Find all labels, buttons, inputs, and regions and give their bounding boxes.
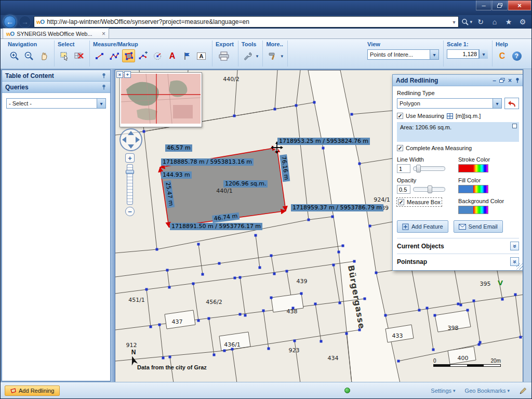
edit-pencil-icon[interactable] — [519, 387, 527, 395]
vertex-marker — [295, 104, 298, 107]
view-dropdown[interactable]: Points of Intere... ▾ — [367, 49, 439, 60]
home-button[interactable]: ⌂ — [489, 18, 500, 26]
favorites-button[interactable]: ★ — [503, 18, 514, 26]
panel-restore-icon[interactable] — [499, 78, 505, 83]
zoom-out-button[interactable]: − — [125, 207, 135, 216]
stroke-color-picker[interactable] — [458, 164, 488, 172]
sidebar-header-queries[interactable]: Queries — [2, 82, 110, 93]
tab-close-icon[interactable]: × — [102, 30, 105, 37]
overview-close-button[interactable]: × — [116, 71, 123, 78]
pan-left-icon[interactable] — [122, 137, 126, 143]
url-text[interactable]: http://w-lap-wintner/WebOffice/synserver… — [47, 18, 449, 25]
url-field[interactable]: wO http://w-lap-wintner/WebOffice/synser… — [34, 16, 459, 28]
pin-icon[interactable] — [101, 73, 107, 78]
pan-tool-button[interactable] — [37, 49, 50, 62]
sidebar-splitter[interactable] — [111, 69, 115, 382]
measure-area-button[interactable] — [122, 49, 135, 62]
line-width-slider[interactable] — [413, 166, 445, 171]
query-select-value: - Select - — [7, 100, 97, 107]
browser-tab[interactable]: wO SYNERGIS WebOffice Web... × — [3, 28, 109, 38]
tools-caret-icon[interactable]: ▾ — [256, 54, 259, 59]
help-button[interactable]: ? — [510, 49, 523, 62]
map-navigation-widget: + − — [118, 128, 143, 216]
pin-icon[interactable] — [101, 84, 107, 90]
view-dropdown-caret[interactable]: ▾ — [430, 50, 438, 59]
flag-marker-button[interactable] — [180, 49, 193, 62]
more-tools-button[interactable] — [266, 49, 279, 62]
pan-down-icon[interactable] — [128, 144, 134, 149]
sidebar-header-toc[interactable]: Table of Content — [2, 70, 110, 82]
panel-minimize-icon[interactable]: – — [493, 78, 496, 83]
opacity-slider[interactable] — [413, 187, 445, 192]
background-rainbow-swatch[interactable] — [473, 206, 488, 214]
browser-forward-button[interactable]: → — [19, 16, 31, 28]
zoom-out-tool-button[interactable] — [22, 49, 35, 62]
pointsnap-section[interactable]: Pointsnap « — [397, 254, 519, 267]
print-button[interactable] — [216, 49, 232, 62]
text-annotation-button[interactable]: A — [166, 49, 179, 62]
current-objects-section[interactable]: Current Objects « — [397, 238, 519, 254]
window-restore-button[interactable] — [492, 1, 508, 10]
tools-button[interactable] — [242, 49, 255, 62]
background-color-picker[interactable] — [458, 206, 488, 214]
zoom-slider-thumb[interactable] — [126, 170, 134, 174]
panel-header[interactable]: Add Redlining – × — [393, 75, 523, 86]
select-features-button[interactable] — [58, 49, 71, 62]
redlining-type-caret[interactable]: ▾ — [493, 99, 501, 108]
use-measuring-checkbox[interactable]: ✓ — [397, 113, 403, 119]
scale-input[interactable] — [447, 49, 479, 59]
pan-right-icon[interactable] — [136, 137, 140, 143]
measure-box-checkbox[interactable]: ✓ — [398, 199, 404, 205]
refresh-button[interactable]: ↻ — [475, 18, 486, 26]
query-select-dropdown[interactable]: - Select - ▾ — [6, 98, 106, 109]
window-minimize-button[interactable]: – — [476, 1, 491, 10]
settings-link[interactable]: Settings ▾ — [431, 388, 455, 394]
geo-bookmarks-link[interactable]: Geo Bookmarks ▾ — [465, 388, 510, 394]
window-close-button[interactable]: × — [508, 1, 531, 10]
send-email-button[interactable]: Send Email — [454, 220, 503, 233]
opacity-slider-thumb[interactable] — [428, 185, 432, 193]
contact-button[interactable]: C — [496, 49, 509, 62]
map-container[interactable]: Bürgergasse Data from the city of Graz N… — [115, 70, 523, 382]
more-caret-icon[interactable]: ▾ — [281, 54, 283, 59]
measure-line-button[interactable] — [108, 49, 121, 62]
browser-back-button[interactable]: ← — [4, 16, 16, 28]
overview-move-button[interactable]: + — [124, 71, 131, 78]
current-objects-expand-button[interactable]: « — [510, 242, 519, 250]
query-select-caret[interactable]: ▾ — [97, 99, 105, 108]
annotation-a-icon: A — [169, 51, 176, 61]
vertex-marker — [244, 314, 247, 317]
area-popout-icon[interactable] — [512, 124, 517, 128]
clear-selection-button[interactable] — [72, 49, 85, 62]
panel-resize-grip[interactable] — [516, 263, 523, 270]
vertex-marker — [434, 314, 436, 317]
fill-color-picker[interactable] — [458, 185, 488, 193]
line-width-slider-thumb[interactable] — [416, 165, 421, 172]
complete-area-checkbox[interactable]: ✓ — [397, 145, 403, 151]
stroke-rainbow-swatch[interactable] — [473, 165, 488, 172]
zoom-in-tool-button[interactable] — [8, 49, 21, 62]
add-feature-button[interactable]: Add Feature — [397, 220, 448, 233]
search-button[interactable]: ▾ — [461, 18, 472, 25]
undo-button[interactable] — [504, 98, 519, 109]
measure-perimeter-button[interactable] — [137, 49, 150, 62]
fill-rainbow-swatch[interactable] — [473, 185, 488, 193]
opacity-input[interactable] — [397, 185, 410, 194]
scale-caret-button[interactable]: ▾ — [479, 49, 488, 59]
redlining-type-dropdown[interactable]: Polygon ▾ — [397, 98, 502, 109]
label-button[interactable]: A — [195, 49, 208, 62]
zoom-slider[interactable] — [127, 164, 133, 205]
vertex-marker — [168, 286, 171, 289]
settings-gear-button[interactable]: ⚙ — [517, 18, 528, 26]
active-tool-tab[interactable]: Add Redlining — [5, 385, 60, 396]
pan-compass[interactable] — [119, 128, 142, 151]
zoom-in-button[interactable]: + — [125, 153, 135, 163]
panel-pin-icon[interactable] — [515, 77, 520, 83]
overview-map[interactable] — [119, 72, 202, 127]
pan-up-icon[interactable] — [128, 131, 134, 135]
panel-close-icon[interactable]: × — [508, 78, 512, 83]
measure-circle-button[interactable] — [151, 49, 164, 62]
line-width-input[interactable] — [397, 164, 410, 173]
url-autocomplete-caret[interactable]: ▾ — [451, 19, 456, 25]
measure-coordinate-button[interactable] — [93, 49, 106, 62]
